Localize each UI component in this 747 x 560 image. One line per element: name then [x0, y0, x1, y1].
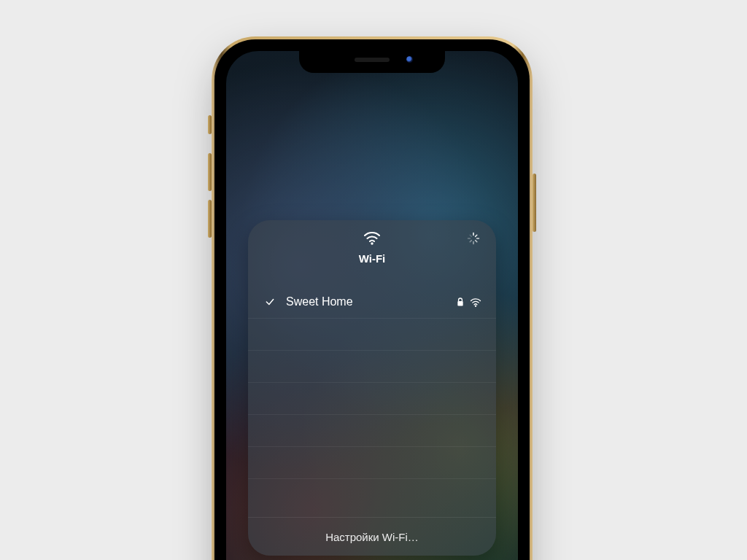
check-icon: [263, 297, 277, 307]
panel-title: Wi-Fi: [248, 252, 496, 265]
wifi-icon: [363, 230, 381, 245]
network-meta: [457, 298, 481, 307]
network-row-connected[interactable]: Sweet Home: [248, 286, 496, 318]
wifi-settings-button[interactable]: Настройки Wi-Fi…: [248, 517, 496, 556]
svg-point-10: [475, 305, 476, 306]
svg-rect-9: [457, 300, 462, 306]
front-camera: [406, 56, 413, 63]
wifi-settings-label: Настройки Wi-Fi…: [325, 531, 419, 543]
mute-switch: [208, 115, 212, 134]
svg-line-6: [470, 241, 471, 242]
network-row-empty: [248, 382, 496, 414]
network-name: Sweet Home: [286, 295, 457, 308]
volume-down-button: [208, 200, 212, 238]
wifi-signal-icon: [470, 298, 481, 307]
svg-point-0: [371, 242, 373, 244]
panel-header: Wi-Fi: [248, 220, 496, 279]
network-list: Sweet Home: [248, 286, 496, 510]
volume-up-button: [208, 153, 212, 191]
svg-line-2: [476, 235, 477, 236]
power-button: [533, 174, 536, 232]
svg-line-4: [476, 241, 477, 242]
network-row-empty: [248, 414, 496, 446]
spinner-icon: [467, 232, 480, 245]
phone-frame: Wi-Fi Sweet Home: [212, 36, 533, 560]
lock-icon: [457, 298, 464, 307]
svg-line-8: [470, 235, 471, 236]
phone-bezel: Wi-Fi Sweet Home: [214, 39, 530, 560]
speaker-grill: [355, 58, 390, 62]
network-row-empty: [248, 350, 496, 382]
stage: Wi-Fi Sweet Home: [0, 0, 747, 560]
network-row-empty: [248, 318, 496, 350]
network-row-empty: [248, 446, 496, 478]
network-row-empty: [248, 478, 496, 510]
phone-screen: Wi-Fi Sweet Home: [226, 51, 518, 560]
wifi-panel: Wi-Fi Sweet Home: [248, 220, 496, 556]
notch: [299, 51, 445, 73]
